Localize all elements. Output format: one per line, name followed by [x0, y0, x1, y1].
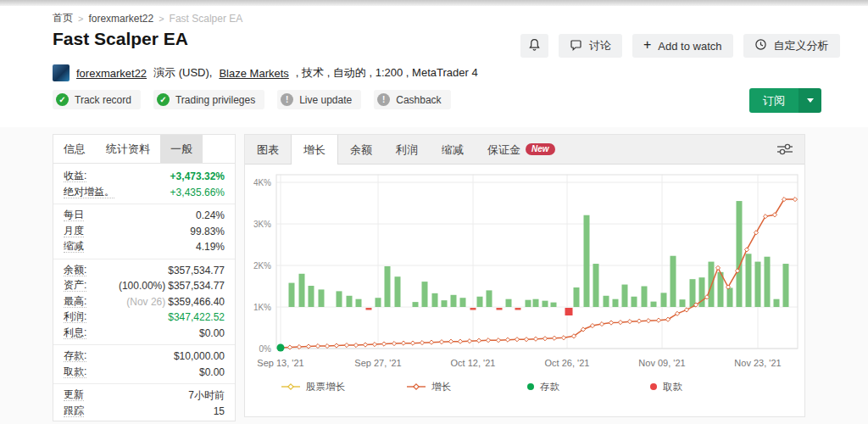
- legend-label: 取款: [663, 381, 682, 393]
- growth-line-marker: [637, 319, 641, 323]
- stat-row-profit: 利润:$347,422.52: [64, 310, 225, 326]
- growth-line-marker: [353, 343, 358, 347]
- tab-profit[interactable]: 利润: [384, 135, 430, 164]
- stat-value-text: 0.24%: [196, 209, 225, 221]
- growth-bar: [432, 293, 438, 307]
- tab-margin[interactable]: 保证金New: [476, 135, 567, 164]
- account-owner-link[interactable]: forexmarket22: [76, 67, 147, 80]
- growth-line-marker: [486, 338, 490, 343]
- x-axis-tick: Oct 26, '21: [545, 358, 590, 368]
- growth-bar: [337, 291, 342, 307]
- stat-value-daily: 0.24%: [196, 209, 225, 221]
- tab-drawdown[interactable]: 缩减: [430, 135, 476, 164]
- stat-row-highest: 最高:(Nov 26)$359,466.40: [64, 294, 225, 310]
- check-icon: ✓: [56, 93, 69, 106]
- growth-line-marker: [306, 344, 310, 349]
- legend-marker-deposit-icon: [526, 382, 535, 393]
- deposit-marker: [277, 344, 285, 352]
- stat-value-text: $0.00: [199, 366, 225, 378]
- growth-line-marker: [420, 341, 424, 345]
- growth-line-marker: [448, 339, 453, 343]
- chart-settings-button[interactable]: [774, 141, 796, 158]
- stat-row-balance: 余额:$357,534.77: [64, 263, 225, 279]
- growth-bar: [574, 287, 580, 307]
- stat-value-interest: $0.00: [199, 327, 225, 339]
- growth-bar: [289, 283, 295, 307]
- chevron-down-icon: [807, 98, 814, 103]
- stat-label-balance: 余额:: [64, 265, 86, 276]
- subscribe-dropdown-button[interactable]: [798, 88, 821, 113]
- growth-bar: [376, 298, 381, 307]
- stat-label-gain: 收益:: [64, 170, 86, 182]
- growth-line-marker: [552, 336, 556, 340]
- broker-link[interactable]: Blaze Markets: [219, 67, 288, 80]
- stats-divider: [53, 259, 235, 259]
- stat-row-drawdown: 缩减4.19%: [64, 239, 225, 255]
- legend-label: 增长: [431, 381, 451, 393]
- growth-bar: [460, 298, 466, 307]
- growth-line-marker: [315, 343, 320, 348]
- tab-growth[interactable]: 增长: [291, 135, 338, 165]
- growth-line-marker: [627, 320, 632, 324]
- growth-bar: [755, 262, 761, 307]
- stat-value-prefix: (100.00%): [119, 280, 165, 292]
- legend-marker-withdrawal-icon: [649, 382, 658, 393]
- growth-bar: [613, 299, 619, 307]
- account-type: 演示 (USD),: [153, 65, 212, 81]
- bell-icon: [528, 38, 541, 54]
- subscribe-button[interactable]: 订阅: [749, 88, 798, 113]
- y-axis-tick: 0%: [259, 344, 272, 354]
- growth-bar: [551, 303, 557, 307]
- stat-value-prefix: (Nov 26): [126, 296, 165, 308]
- breadcrumb-item-forexmarket22[interactable]: forexmarket22: [88, 13, 153, 25]
- tab-general[interactable]: 一般: [160, 135, 203, 163]
- plus-icon: +: [643, 38, 651, 52]
- chart-tab-label: 缩减: [442, 136, 464, 164]
- growth-bar: [783, 264, 789, 307]
- growth-bar: [347, 296, 353, 307]
- breadcrumb-item-home[interactable]: 首页: [53, 11, 73, 25]
- stat-label-monthly: 月度: [64, 226, 84, 237]
- notifications-button[interactable]: [520, 34, 548, 58]
- legend-item-growth: 增长: [406, 381, 451, 393]
- account-summary: forexmarket22 演示 (USD), Blaze Markets , …: [53, 64, 478, 81]
- growth-line-marker: [542, 337, 547, 341]
- tab-chart[interactable]: 图表: [245, 135, 291, 164]
- stat-row-updated: 更新7小时前: [64, 388, 225, 404]
- stats-divider: [53, 344, 235, 345]
- add-to-watch-button[interactable]: + Add to watch: [632, 34, 733, 58]
- discussion-button[interactable]: 讨论: [559, 34, 622, 58]
- growth-line-marker: [793, 197, 797, 201]
- status-badge-trading-privileges: ✓Trading privileges: [153, 90, 264, 109]
- chart-tab-label: 余额: [350, 136, 372, 164]
- growth-bar: [422, 282, 428, 307]
- discussion-label: 讨论: [589, 38, 611, 53]
- breadcrumb: 首页>forexmarket22>Fast Scalper EA: [53, 11, 242, 25]
- withdrawal-marker: [565, 308, 573, 315]
- stat-value-balance: $357,534.77: [168, 265, 225, 276]
- growth-bar: [746, 254, 752, 307]
- growth-bar: [477, 297, 483, 307]
- growth-bar: [765, 257, 771, 307]
- growth-bar: [651, 302, 657, 307]
- growth-bar: [727, 287, 733, 307]
- chart-legend: 股票增长增长存款取款: [245, 381, 804, 398]
- stat-value-highest: (Nov 26)$359,466.40: [126, 296, 225, 308]
- custom-analysis-button[interactable]: 自定义分析: [743, 34, 840, 58]
- stat-label-trackers: 跟踪: [64, 405, 84, 417]
- chart-tabs: 图表增长余额利润缩减保证金New: [245, 135, 804, 165]
- status-badge-label: Cashback: [396, 94, 441, 106]
- tab-statistics[interactable]: 统计资料: [96, 135, 160, 163]
- growth-line-marker: [439, 340, 443, 344]
- stat-value-deposits: $10,000.00: [174, 350, 225, 362]
- tab-info[interactable]: 信息: [53, 135, 96, 163]
- chart-tab-label: 利润: [396, 136, 418, 164]
- x-axis-tick: Nov 09, '21: [638, 358, 685, 368]
- stat-value-equity: (100.00%)$357,534.77: [119, 280, 225, 292]
- growth-line-marker: [561, 336, 565, 340]
- account-details: , 技术 , 自动的 , 1:200 , MetaTrader 4: [296, 65, 478, 81]
- tab-balance[interactable]: 余额: [338, 135, 384, 164]
- y-axis-tick: 3K%: [253, 220, 271, 229]
- stat-value-drawdown: 4.19%: [196, 241, 225, 253]
- avatar[interactable]: [53, 64, 70, 81]
